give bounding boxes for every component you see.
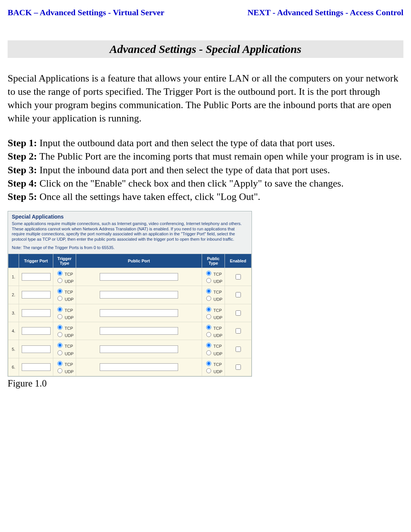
public-type-cell: TCP UDP xyxy=(202,286,225,304)
trigger-port-cell xyxy=(19,358,53,376)
trigger-port-input[interactable] xyxy=(22,363,51,371)
row-index: 2. xyxy=(8,286,19,304)
trigger-port-input[interactable] xyxy=(22,309,51,317)
step-item: Step 1: Input the outbound data port and… xyxy=(8,136,403,150)
table-row: 5. TCP UDP TCP UDP xyxy=(8,340,252,358)
enabled-checkbox[interactable] xyxy=(236,310,241,316)
public-type-udp[interactable]: UDP xyxy=(204,367,222,374)
trigger-port-input[interactable] xyxy=(22,291,51,299)
trigger-type-udp[interactable]: UDP xyxy=(56,331,73,338)
step-item: Step 4: Click on the "Enable" check box … xyxy=(8,177,403,190)
trigger-type-cell: TCP UDP xyxy=(53,340,76,358)
public-port-input[interactable] xyxy=(100,363,178,371)
step-item: Step 5: Once all the settings have taken… xyxy=(8,190,403,203)
panel-description: Some applications require multiple conne… xyxy=(8,220,252,243)
row-index: 5. xyxy=(8,340,19,358)
trigger-type-cell: TCP UDP xyxy=(53,304,76,322)
public-port-cell xyxy=(76,322,202,340)
trigger-type-cell: TCP UDP xyxy=(53,268,76,286)
enabled-checkbox[interactable] xyxy=(236,328,241,334)
trigger-port-cell xyxy=(19,268,53,286)
trigger-type-udp[interactable]: UDP xyxy=(56,313,73,320)
trigger-type-cell: TCP UDP xyxy=(53,358,76,376)
trigger-port-input[interactable] xyxy=(22,327,51,335)
public-port-cell xyxy=(76,304,202,322)
trigger-type-tcp[interactable]: TCP xyxy=(56,270,73,277)
trigger-port-cell xyxy=(19,304,53,322)
public-port-input[interactable] xyxy=(100,273,178,281)
step-text: Input the inbound data port and then sel… xyxy=(37,165,330,176)
public-type-udp[interactable]: UDP xyxy=(204,277,222,284)
trigger-type-udp[interactable]: UDP xyxy=(56,295,73,302)
trigger-type-tcp[interactable]: TCP xyxy=(56,306,73,313)
trigger-type-tcp[interactable]: TCP xyxy=(56,360,73,367)
panel-title: Special Applications xyxy=(8,211,252,220)
public-type-tcp[interactable]: TCP xyxy=(204,306,222,313)
enabled-cell xyxy=(225,322,252,340)
enabled-checkbox[interactable] xyxy=(236,364,241,370)
trigger-port-cell xyxy=(19,286,53,304)
row-index: 6. xyxy=(8,358,19,376)
trigger-port-input[interactable] xyxy=(22,345,51,353)
row-index: 4. xyxy=(8,322,19,340)
enabled-checkbox[interactable] xyxy=(236,347,241,352)
col-header-public-port: Public Port xyxy=(76,254,202,268)
step-label: Step 4: xyxy=(8,178,37,189)
trigger-port-input[interactable] xyxy=(22,273,51,281)
public-type-tcp[interactable]: TCP xyxy=(204,270,222,277)
public-type-udp[interactable]: UDP xyxy=(204,331,222,338)
table-row: 4. TCP UDP TCP UDP xyxy=(8,322,252,340)
public-port-input[interactable] xyxy=(100,309,178,317)
public-type-udp[interactable]: UDP xyxy=(204,349,222,356)
step-label: Step 1: xyxy=(8,137,37,149)
trigger-type-udp[interactable]: UDP xyxy=(56,349,73,356)
col-header-trigger-port: Trigger Port xyxy=(19,254,53,268)
trigger-type-udp[interactable]: UDP xyxy=(56,277,73,284)
public-type-udp[interactable]: UDP xyxy=(204,313,222,320)
back-link[interactable]: BACK – Advanced Settings - Virtual Serve… xyxy=(8,8,164,18)
trigger-type-cell: TCP UDP xyxy=(53,322,76,340)
enabled-cell xyxy=(225,304,252,322)
panel-note: Note: The range of the Trigger Ports is … xyxy=(8,243,252,254)
col-header-public-type: Public Type xyxy=(202,254,225,268)
public-port-input[interactable] xyxy=(100,327,178,335)
special-applications-table: Trigger Port Trigger Type Public Port Pu… xyxy=(8,254,252,376)
col-header-index xyxy=(8,254,19,268)
table-row: 1. TCP UDP TCP UDP xyxy=(8,268,252,286)
trigger-type-tcp[interactable]: TCP xyxy=(56,342,73,349)
public-type-tcp[interactable]: TCP xyxy=(204,360,222,367)
public-type-cell: TCP UDP xyxy=(202,304,225,322)
public-port-input[interactable] xyxy=(100,345,178,353)
enabled-cell xyxy=(225,286,252,304)
public-port-input[interactable] xyxy=(100,291,178,299)
enabled-cell xyxy=(225,340,252,358)
enabled-cell xyxy=(225,268,252,286)
row-index: 1. xyxy=(8,268,19,286)
public-type-tcp[interactable]: TCP xyxy=(204,342,222,349)
nav-row: BACK – Advanced Settings - Virtual Serve… xyxy=(8,8,403,18)
trigger-type-tcp[interactable]: TCP xyxy=(56,324,73,331)
trigger-port-cell xyxy=(19,340,53,358)
step-text: Once all the settings have taken effect,… xyxy=(37,191,260,202)
public-type-udp[interactable]: UDP xyxy=(204,295,222,302)
trigger-type-udp[interactable]: UDP xyxy=(56,367,73,374)
next-link[interactable]: NEXT - Advanced Settings - Access Contro… xyxy=(247,8,403,18)
public-type-tcp[interactable]: TCP xyxy=(204,324,222,331)
step-text: Click on the "Enable" check box and then… xyxy=(37,178,344,189)
trigger-type-tcp[interactable]: TCP xyxy=(56,288,73,295)
table-row: 3. TCP UDP TCP UDP xyxy=(8,304,252,322)
public-port-cell xyxy=(76,340,202,358)
intro-text: Special Applications is a feature that a… xyxy=(8,72,403,125)
enabled-checkbox[interactable] xyxy=(236,292,241,297)
public-type-cell: TCP UDP xyxy=(202,268,225,286)
public-type-tcp[interactable]: TCP xyxy=(204,288,222,295)
steps-list: Step 1: Input the outbound data port and… xyxy=(8,136,403,203)
step-text: The Public Port are the incoming ports t… xyxy=(37,151,401,162)
col-header-enabled: Enabled xyxy=(225,254,252,268)
step-item: Step 2: The Public Port are the incoming… xyxy=(8,150,403,163)
col-header-trigger-type: Trigger Type xyxy=(53,254,76,268)
row-index: 3. xyxy=(8,304,19,322)
enabled-checkbox[interactable] xyxy=(236,274,241,280)
step-label: Step 2: xyxy=(8,151,37,162)
public-port-cell xyxy=(76,286,202,304)
